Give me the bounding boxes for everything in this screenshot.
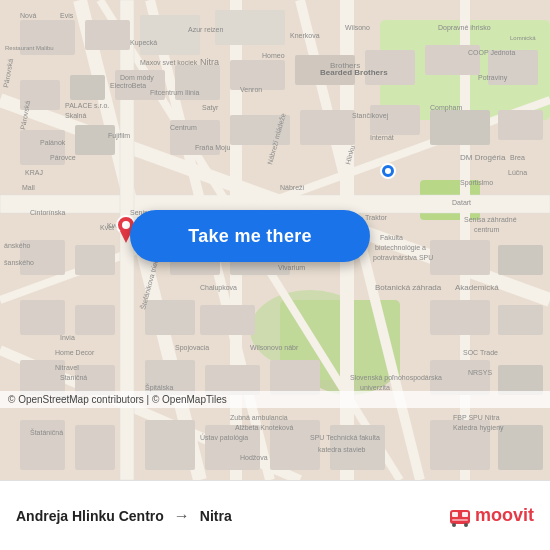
svg-rect-66 [498, 425, 543, 470]
svg-rect-39 [498, 110, 543, 140]
svg-text:Potraviny: Potraviny [478, 74, 508, 82]
svg-text:ElectroBeta: ElectroBeta [110, 82, 146, 89]
svg-text:NRSYS: NRSYS [468, 369, 492, 376]
svg-rect-61 [145, 420, 195, 470]
svg-text:Sportislmo: Sportislmo [460, 179, 493, 187]
svg-text:Restaurant Malibu: Restaurant Malibu [5, 45, 54, 51]
svg-rect-156 [452, 512, 458, 517]
svg-text:Evis: Evis [60, 12, 74, 19]
svg-rect-158 [452, 519, 468, 521]
svg-rect-38 [430, 110, 490, 145]
svg-text:Wilsono: Wilsono [345, 24, 370, 31]
svg-text:centrum: centrum [474, 226, 499, 233]
svg-text:Chalupkova: Chalupkova [200, 284, 237, 292]
svg-text:Cintorínska: Cintorínska [30, 209, 66, 216]
svg-rect-157 [462, 512, 468, 517]
svg-text:Senisa záhradné: Senisa záhradné [464, 216, 517, 223]
svg-rect-62 [205, 425, 260, 470]
moovit-text: moovit [475, 505, 534, 526]
svg-text:PALACE s.r.o.: PALACE s.r.o. [65, 102, 109, 109]
svg-text:Invia: Invia [60, 334, 75, 341]
svg-text:Ústav patológia: Ústav patológia [200, 433, 248, 442]
svg-text:Akademická: Akademická [455, 283, 499, 292]
svg-text:Palánok: Palánok [40, 139, 66, 146]
svg-text:Zubná ambulancia: Zubná ambulancia [230, 414, 288, 421]
moovit-bus-icon [449, 505, 471, 527]
map-attribution: © OpenStreetMap contributors | © OpenMap… [0, 391, 550, 408]
cta-button-label: Take me there [188, 226, 312, 247]
svg-text:Skalná: Skalná [65, 112, 87, 119]
attribution-text: © OpenStreetMap contributors | © OpenMap… [8, 394, 227, 405]
svg-rect-48 [145, 300, 195, 335]
svg-rect-36 [300, 110, 355, 145]
svg-text:Staničná: Staničná [60, 374, 87, 381]
svg-text:Venron: Venron [240, 86, 262, 93]
svg-text:Traktor: Traktor [365, 214, 388, 221]
svg-text:Internát: Internát [370, 134, 394, 141]
map-container: Nitra Brothers Centrum Párovce DM Drogér… [0, 0, 550, 480]
svg-text:Mall: Mall [22, 184, 35, 191]
svg-rect-56 [270, 360, 320, 395]
svg-text:biotechnológie a: biotechnológie a [375, 244, 426, 252]
svg-text:Azur reizen: Azur reizen [188, 26, 224, 33]
svg-text:Home Decor: Home Decor [55, 349, 95, 356]
svg-point-160 [464, 523, 468, 527]
svg-text:Slovenská poľnohospodárska: Slovenská poľnohospodárska [350, 374, 442, 382]
svg-text:Fakulta: Fakulta [380, 234, 403, 241]
svg-text:DM Drogéria: DM Drogéria [460, 153, 506, 162]
svg-text:SOC Trade: SOC Trade [463, 349, 498, 356]
svg-text:Bearded Brothers: Bearded Brothers [320, 68, 388, 77]
bottom-bar: Andreja Hlinku Centro → Nitra moovit [0, 480, 550, 550]
svg-text:Compham: Compham [430, 104, 462, 112]
svg-text:Lúčna: Lúčna [508, 169, 527, 176]
svg-text:univerzita: univerzita [360, 384, 390, 391]
svg-text:Nitra: Nitra [200, 57, 219, 67]
svg-rect-45 [498, 245, 543, 275]
svg-rect-51 [498, 305, 543, 335]
svg-text:Botanická záhrada: Botanická záhrada [375, 283, 442, 292]
svg-text:Knerkova: Knerkova [290, 32, 320, 39]
svg-rect-60 [75, 425, 115, 470]
svg-text:Fujifilm: Fujifilm [108, 132, 130, 140]
svg-text:Datart: Datart [452, 199, 471, 206]
svg-rect-46 [20, 300, 65, 335]
svg-text:SPU Technická fakulta: SPU Technická fakulta [310, 434, 380, 441]
svg-rect-41 [75, 245, 115, 275]
svg-text:Párovce: Párovce [50, 154, 76, 161]
svg-point-154 [385, 168, 391, 174]
svg-rect-50 [430, 300, 490, 335]
svg-text:Kupecká: Kupecká [130, 39, 157, 47]
svg-point-159 [452, 523, 456, 527]
svg-text:Dom módy: Dom módy [120, 74, 154, 82]
svg-text:Nitravel: Nitravel [55, 364, 79, 371]
moovit-logo: moovit [449, 505, 534, 527]
svg-text:COOP Jednota: COOP Jednota [468, 49, 515, 56]
svg-text:Fitcentrum Ilinia: Fitcentrum Ilinia [150, 89, 200, 96]
svg-rect-37 [370, 105, 420, 135]
take-me-there-button[interactable]: Take me there [130, 210, 370, 262]
svg-text:Nábreži: Nábreži [280, 184, 305, 191]
svg-text:Fraňa Moju: Fraňa Moju [195, 144, 231, 152]
route-arrow-icon: → [174, 507, 190, 525]
svg-text:ánského: ánského [4, 242, 31, 249]
origin-label: Andreja Hlinku Centro [16, 508, 164, 524]
svg-text:Homeo: Homeo [262, 52, 285, 59]
svg-rect-22 [215, 10, 285, 45]
svg-rect-47 [75, 305, 115, 335]
svg-rect-49 [200, 305, 255, 335]
svg-rect-33 [75, 125, 115, 155]
route-info: Andreja Hlinku Centro → Nitra [16, 507, 449, 525]
svg-rect-21 [140, 15, 200, 55]
svg-text:Lomnická: Lomnická [510, 35, 536, 41]
svg-text:KRAJ: KRAJ [25, 169, 43, 176]
svg-text:Spojovacia: Spojovacia [175, 344, 209, 352]
svg-rect-20 [85, 20, 130, 50]
svg-point-152 [122, 221, 130, 229]
destination-label: Nitra [200, 508, 232, 524]
svg-text:potravinárstva SPU: potravinárstva SPU [373, 254, 433, 262]
svg-text:Maxov svet kociek: Maxov svet kociek [140, 59, 198, 66]
svg-text:šanského: šanského [4, 259, 34, 266]
svg-text:Alžbeta Knoteková: Alžbeta Knoteková [235, 424, 293, 431]
svg-rect-59 [20, 420, 65, 470]
svg-text:Hodžova: Hodžova [240, 454, 268, 461]
